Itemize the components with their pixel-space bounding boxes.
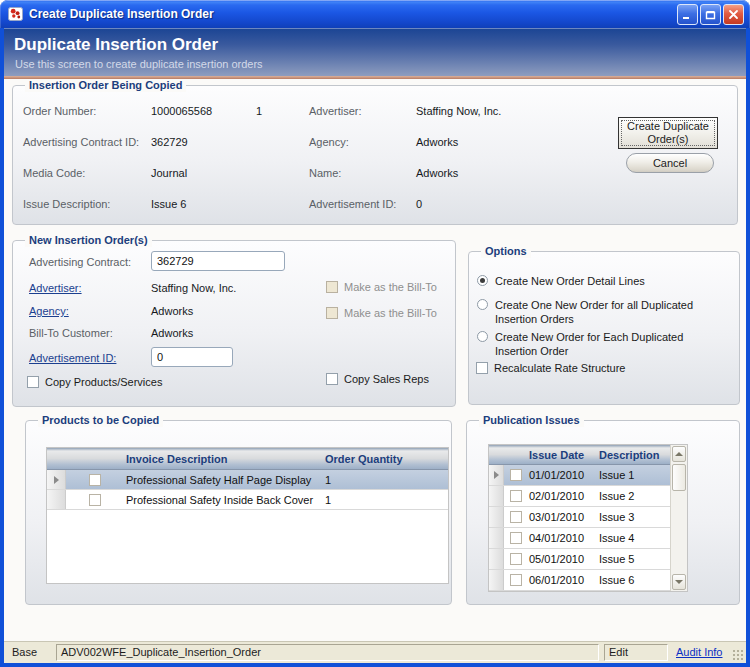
column-header-order-quantity[interactable]: Order Quantity [317,453,448,465]
groupbox-products-title: Products to be Copied [38,414,163,427]
new-agency-value: Adworks [151,305,193,318]
bill-to-customer-label: Bill-To Customer: [29,327,113,340]
dialog-window: Create Duplicate Insertion Order Duplica… [0,0,750,667]
row-checkbox-cell [504,574,528,586]
media-code-value: Journal [151,167,187,180]
audit-info-link[interactable]: Audit Info [676,646,722,658]
issues-table-row[interactable]: 05/01/2010 Issue 5 [489,549,670,570]
radio-icon [477,299,488,310]
radio-icon [477,275,488,286]
vertical-scrollbar[interactable] [670,445,687,591]
recalculate-rate-structure-checkbox[interactable]: Recalculate Rate Structure [476,362,625,375]
cancel-button[interactable]: Cancel [626,153,714,173]
row-selector[interactable] [489,570,504,590]
content-area: Insertion Order Being Copied Order Numbe… [4,79,746,641]
products-table: Invoice Description Order Quantity Profe… [46,447,449,584]
groupbox-new-insertion-orders: New Insertion Order(s) Advertising Contr… [12,240,456,407]
row-selector[interactable] [489,486,504,506]
status-state: Edit [604,644,668,661]
issues-table-row[interactable]: 02/01/2010 Issue 2 [489,486,670,507]
row-checkbox[interactable] [510,511,522,523]
copy-sales-reps-checkbox[interactable]: Copy Sales Reps [326,373,429,386]
issue-description-value: Issue 6 [151,198,186,211]
row-selector[interactable] [489,507,504,527]
title-bar[interactable]: Create Duplicate Insertion Order [0,0,750,28]
row-selector[interactable] [489,549,504,569]
agency-value: Adworks [416,136,458,149]
column-header-issue-date[interactable]: Issue Date [528,449,594,461]
recalculate-rate-structure-label: Recalculate Rate Structure [494,362,625,375]
make-bill-to-agency-checkbox: Make as the Bill-To [326,307,437,320]
advertisement-id-link[interactable]: Advertisement ID: [29,352,116,365]
groupbox-options: Options Create New Order Detail Lines Cr… [468,251,740,405]
copy-products-services-checkbox[interactable]: Copy Products/Services [27,376,162,389]
issue-description-cell: Issue 5 [594,553,670,565]
row-checkbox-cell [504,532,528,544]
column-header-invoice-description[interactable]: Invoice Description [124,453,317,465]
publication-issues-table: Issue Date Description 01/01/2010 Issue … [488,444,688,592]
row-checkbox[interactable] [510,553,522,565]
make-bill-to-advertiser-label: Make as the Bill-To [344,281,437,294]
row-selector[interactable] [47,490,66,509]
row-checkbox-cell [504,511,528,523]
order-number-value: 1000065568 [151,105,212,118]
issue-description-cell: Issue 2 [594,490,670,502]
row-checkbox[interactable] [510,469,522,481]
issues-table-row[interactable]: 03/01/2010 Issue 3 [489,507,670,528]
advertising-contract-label: Advertising Contract: [29,256,131,269]
radio-icon [477,331,488,342]
issues-table-row[interactable]: 04/01/2010 Issue 4 [489,528,670,549]
issue-date-cell: 06/01/2010 [528,574,594,586]
row-checkbox[interactable] [510,490,522,502]
advertising-contract-input[interactable] [151,251,285,271]
issues-table-row[interactable]: 06/01/2010 Issue 6 [489,570,670,591]
resize-grip[interactable] [731,648,744,661]
radio-create-new-order-for-each[interactable]: Create New Order for Each Duplicated Ins… [477,330,720,358]
radio-label: Create New Order Detail Lines [495,274,645,288]
radio-create-one-new-order-for-all[interactable]: Create One New Order for all Duplicated … [477,298,720,326]
minimize-button[interactable] [677,4,698,25]
scroll-down-button[interactable] [672,574,686,590]
advertiser-link[interactable]: Advertiser: [29,282,82,295]
close-button[interactable] [723,4,744,25]
groupbox-insertion-order-being-copied-title: Insertion Order Being Copied [25,79,186,92]
issues-table-row[interactable]: 01/01/2010 Issue 1 [489,465,670,486]
checkbox-box [326,307,338,319]
agency-link[interactable]: Agency: [29,305,69,318]
row-selector[interactable] [489,528,504,548]
copy-sales-reps-label: Copy Sales Reps [344,373,429,386]
radio-create-new-order-detail-lines[interactable]: Create New Order Detail Lines [477,274,727,288]
row-checkbox[interactable] [510,574,522,586]
issue-description-cell: Issue 4 [594,532,670,544]
invoice-description-cell: Professional Safety Inside Back Cover [124,494,317,506]
make-bill-to-advertiser-checkbox: Make as the Bill-To [326,281,437,294]
right-arrow-icon [54,476,59,484]
order-number-label: Order Number: [23,105,96,118]
row-selector[interactable] [47,470,66,489]
column-header-description[interactable]: Description [594,449,670,461]
checkbox-box [326,373,338,385]
row-checkbox[interactable] [89,474,101,486]
page-subtitle: Use this screen to create duplicate inse… [4,55,746,70]
scrollbar-thumb[interactable] [672,464,686,491]
products-table-row[interactable]: Professional Safety Half Page Display 1 [47,470,448,490]
create-duplicate-orders-button[interactable]: Create Duplicate Order(s) [618,117,718,149]
scroll-up-button[interactable] [672,446,686,462]
products-table-row[interactable]: Professional Safety Inside Back Cover 1 [47,490,448,510]
page-header: Duplicate Insertion Order Use this scree… [4,28,746,76]
name-label: Name: [309,167,341,180]
cancel-label: Cancel [653,157,687,169]
row-checkbox[interactable] [89,494,101,506]
name-value: Adworks [416,167,458,180]
advertising-contract-id-label: Advertising Contract ID: [23,136,139,149]
issue-description-cell: Issue 1 [594,469,670,481]
advertisement-id-label: Advertisement ID: [309,198,396,211]
status-mode: Base [12,646,37,658]
maximize-button[interactable] [700,4,721,25]
row-checkbox[interactable] [510,532,522,544]
advertisement-id-input[interactable] [151,347,233,367]
row-selector[interactable] [489,465,504,485]
groupbox-options-title: Options [481,245,531,258]
row-checkbox-cell [66,494,124,506]
issue-description-label: Issue Description: [23,198,110,211]
